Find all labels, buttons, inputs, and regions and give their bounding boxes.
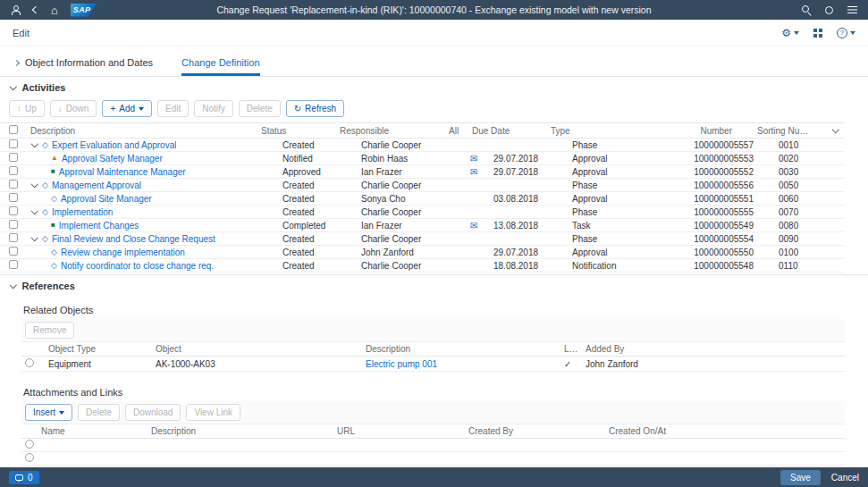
row-checkbox[interactable] xyxy=(9,220,18,229)
insert-button[interactable]: Insert xyxy=(25,404,72,421)
delete-attachment-button[interactable]: Delete xyxy=(78,404,120,421)
view-link-button[interactable]: View Link xyxy=(186,404,240,421)
settings-menu-button[interactable]: ⚙ xyxy=(781,28,799,38)
email-icon[interactable]: ✉ xyxy=(470,167,477,177)
sap-logo[interactable]: SAP xyxy=(71,4,97,17)
activity-number: 100000005557 xyxy=(647,140,759,150)
row-radio-button[interactable] xyxy=(25,358,34,367)
activity-description-link[interactable]: Expert Evaluation and Approval xyxy=(52,140,177,150)
row-checkbox[interactable] xyxy=(9,233,18,242)
table-row[interactable]: ◇ Review change implementation Created J… xyxy=(0,246,845,259)
back-icon[interactable] xyxy=(32,6,39,13)
activity-description-link[interactable]: Notify coordinator to close change req. xyxy=(61,261,214,271)
overflow-menu-icon[interactable] xyxy=(847,6,857,14)
column-header-created-by[interactable]: Created By xyxy=(468,426,609,436)
row-checkbox[interactable] xyxy=(9,139,18,148)
column-header-object-type[interactable]: Object Type xyxy=(48,344,156,354)
email-icon[interactable]: ✉ xyxy=(470,221,477,231)
refresh-icon: ↻ xyxy=(294,105,301,113)
table-row[interactable]: ◇ Notify coordinator to close change req… xyxy=(0,259,845,273)
column-header-responsible[interactable]: Responsible xyxy=(340,126,449,136)
help-icon: ? xyxy=(837,28,847,38)
table-row[interactable]: ■ Approval Maintenance Manager Approved … xyxy=(0,165,845,179)
column-header-le[interactable]: Le... xyxy=(564,344,586,354)
cancel-button[interactable]: Cancel xyxy=(831,473,859,483)
activity-description-link[interactable]: Approval Site Manager xyxy=(61,194,152,204)
column-header-type[interactable]: Type xyxy=(551,126,626,136)
expand-toggle-icon[interactable] xyxy=(30,208,38,216)
expand-toggle-icon[interactable] xyxy=(30,235,38,243)
related-object-row[interactable]: Equipment AK-1000-AK03 Electric pump 001… xyxy=(21,357,845,372)
activity-description-link[interactable]: Approval Safety Manager xyxy=(62,154,163,164)
email-icon[interactable]: ✉ xyxy=(470,154,477,164)
table-row[interactable]: ◇ Implementation Created Charlie Cooper … xyxy=(0,206,845,219)
remove-button[interactable]: Remove xyxy=(25,322,74,339)
references-panel-header[interactable]: References xyxy=(0,275,868,297)
help-menu-button[interactable]: ? xyxy=(837,28,855,38)
row-checkbox[interactable] xyxy=(9,193,18,202)
up-button[interactable]: ↑ Up xyxy=(9,100,45,117)
table-row[interactable]: ◇ Approval Site Manager Created Sonya Ch… xyxy=(0,192,845,206)
table-row[interactable]: ◇ Management Approval Created Charlie Co… xyxy=(0,179,845,192)
row-checkbox[interactable] xyxy=(9,180,18,189)
download-button[interactable]: Download xyxy=(125,404,181,421)
activity-description-link[interactable]: Review change implementation xyxy=(61,248,185,257)
column-settings-icon[interactable] xyxy=(831,127,839,135)
app-grid-icon[interactable] xyxy=(813,29,822,38)
column-header-created-on-at[interactable]: Created On/At xyxy=(609,426,841,436)
column-header-description[interactable]: Description xyxy=(366,344,564,354)
activity-due-date: 13.08.2018 xyxy=(493,221,572,231)
column-header-number[interactable]: Number xyxy=(626,126,737,136)
table-row[interactable]: ▲ Approval Safety Manager Notified Robin… xyxy=(0,152,845,165)
column-header-added-by[interactable]: Added By xyxy=(586,344,841,354)
activity-description-link[interactable]: Final Review and Close Change Request xyxy=(52,234,215,244)
column-header-description[interactable]: Description xyxy=(151,426,337,436)
row-checkbox[interactable] xyxy=(9,247,18,256)
page-title: Change Request 'Replacement-in-kind (RIK… xyxy=(216,4,651,15)
column-header-all[interactable]: All xyxy=(449,126,472,136)
object-description-link[interactable]: Electric pump 001 xyxy=(366,359,564,369)
home-icon[interactable]: ⌂ xyxy=(51,4,58,16)
select-all-checkbox[interactable] xyxy=(9,125,18,134)
shell-bar: ⌂ SAP Change Request 'Replacement-in-kin… xyxy=(0,0,868,20)
expand-toggle-icon[interactable] xyxy=(30,141,38,149)
activity-description-link[interactable]: Management Approval xyxy=(52,181,141,190)
edit-button[interactable]: Edit xyxy=(157,100,189,117)
table-row[interactable]: ■ Implement Changes Completed Ian Frazer… xyxy=(0,219,845,232)
row-checkbox[interactable] xyxy=(9,206,18,215)
refresh-button[interactable]: ↻ Refresh xyxy=(286,100,344,117)
activity-description-link[interactable]: Implementation xyxy=(52,207,113,217)
column-header-sorting-number[interactable]: Sorting Number xyxy=(737,126,820,136)
row-radio-button[interactable] xyxy=(25,440,34,449)
table-row[interactable]: ◇ Final Review and Close Change Request … xyxy=(0,232,845,246)
save-button[interactable]: Save xyxy=(780,470,821,485)
column-header-due-date[interactable]: Due Date xyxy=(472,126,551,136)
down-button[interactable]: ↓ Down xyxy=(50,100,97,117)
column-header-object[interactable]: Object xyxy=(156,344,366,354)
column-header-description[interactable]: Description xyxy=(30,126,261,136)
row-radio-button[interactable] xyxy=(25,453,34,462)
table-row[interactable]: ◇ Expert Evaluation and Approval Created… xyxy=(0,139,845,152)
tab-object-information-and-dates[interactable]: Object Information and Dates xyxy=(14,57,153,76)
check-icon: ✓ xyxy=(564,359,586,369)
row-checkbox[interactable] xyxy=(9,166,18,175)
messages-button[interactable]: 0 xyxy=(9,471,39,484)
copilot-icon[interactable] xyxy=(825,6,833,14)
activity-number: 100000005551 xyxy=(647,194,759,204)
tab-change-definition[interactable]: Change Definition xyxy=(181,57,259,76)
notify-button[interactable]: Notify xyxy=(194,100,233,117)
column-header-url[interactable]: URL xyxy=(337,426,468,436)
activities-panel-header[interactable]: Activities xyxy=(0,77,868,98)
expand-toggle-icon[interactable] xyxy=(30,181,38,189)
column-header-name[interactable]: Name xyxy=(41,426,151,436)
row-checkbox[interactable] xyxy=(9,260,18,269)
user-avatar-icon[interactable] xyxy=(11,5,21,15)
search-icon[interactable] xyxy=(802,5,811,14)
arrow-up-icon: ↑ xyxy=(17,105,21,113)
column-header-status[interactable]: Status xyxy=(261,126,340,136)
add-button[interactable]: + Add xyxy=(102,100,152,117)
delete-button[interactable]: Delete xyxy=(239,100,281,117)
row-checkbox[interactable] xyxy=(9,153,18,162)
activity-description-link[interactable]: Approval Maintenance Manager xyxy=(59,167,186,177)
activity-description-link[interactable]: Implement Changes xyxy=(59,221,139,231)
